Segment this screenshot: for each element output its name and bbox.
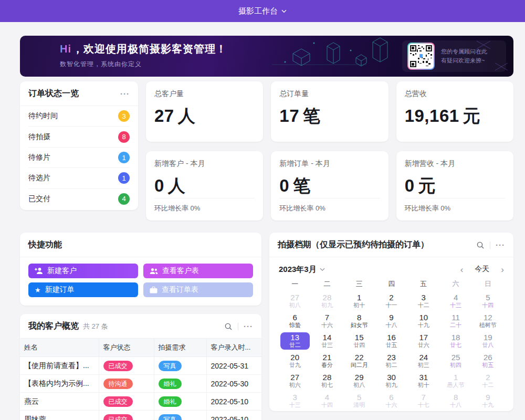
table-row[interactable]: 周妹蓉 已成交 写真 2022-05-10	[20, 411, 261, 420]
order-status-count-badge: 1	[118, 172, 130, 184]
calendar-day[interactable]: 28 初七	[311, 371, 343, 391]
view-customer-table-button[interactable]: 查看客户表	[143, 264, 253, 278]
calendar-day[interactable]: 10 十九	[407, 311, 439, 331]
prev-month-icon[interactable]: ‹	[460, 265, 464, 274]
column-header: 姓名	[20, 339, 99, 357]
calendar-day-inner: 17 廿六	[409, 332, 438, 350]
calendar-day[interactable]: 5 清明	[343, 391, 375, 411]
calendar-day-inner: 3 十三	[280, 392, 310, 410]
calendar-day-inner: 5 十四	[473, 292, 502, 310]
next-month-icon[interactable]: ›	[501, 265, 504, 274]
day-number: 7	[312, 313, 342, 322]
calendar-day-inner: 28 初九	[312, 292, 342, 310]
search-icon[interactable]	[224, 322, 233, 331]
day-lunar: 十二	[409, 302, 438, 309]
month-selector[interactable]: 2023年3月	[279, 265, 325, 275]
stat-label: 新增订单 - 本月	[279, 159, 380, 169]
table-row[interactable]: 【使用前请查看】... 已成交 写真 2022-05-31	[20, 357, 261, 375]
calendar-day[interactable]: 16 廿五	[375, 331, 407, 351]
calendar-day[interactable]: 5 十四	[472, 291, 504, 311]
calendar-day[interactable]: 6 十六	[375, 391, 407, 411]
calendar-day[interactable]: 4 十三	[439, 291, 471, 311]
calendar-day-inner: 11 二十	[441, 312, 470, 330]
calendar-day[interactable]: 25 初四	[439, 351, 471, 371]
calendar-day[interactable]: 9 十九	[472, 391, 504, 411]
calendar-day[interactable]: 14 廿三	[311, 331, 343, 351]
calendar-day[interactable]: 9 十八	[375, 311, 407, 331]
customer-status-cell: 已成交	[99, 393, 154, 411]
order-status-item[interactable]: 待约时间 3	[28, 106, 130, 127]
more-icon[interactable]: ···	[244, 322, 253, 330]
stat-unit: 笔	[303, 106, 321, 125]
calendar-day[interactable]: 21 春分	[311, 351, 343, 371]
order-status-header: 订单状态一览 ···	[20, 81, 138, 106]
calendar-day[interactable]: 2 十一	[375, 291, 407, 311]
calendar-day[interactable]: 24 初三	[407, 351, 439, 371]
calendar-day[interactable]: 11 二十	[439, 311, 471, 331]
calendar-day[interactable]: 27 初六	[279, 371, 311, 391]
table-row[interactable]: 燕云 已成交 婚礼 2022-05-10	[20, 393, 261, 411]
quick-actions-grid: 新建客户 查看客户表 ★ 新建订单 查看订单表	[20, 257, 261, 303]
calendar-day[interactable]: 12 植树节	[472, 311, 504, 331]
calendar-day-inner: 12 植树节	[473, 312, 502, 330]
calendar-day[interactable]: 1 愚人节	[439, 371, 471, 391]
table-row[interactable]: 【表格内均为示例... 待沟通 婚礼 2022-05-30	[20, 375, 261, 393]
calendar-day[interactable]: 3 十三	[279, 391, 311, 411]
stat-value: 0元	[405, 174, 505, 198]
calendar-day-inner: 6 十六	[376, 392, 406, 410]
new-order-button[interactable]: ★ 新建订单	[28, 282, 138, 297]
view-order-table-button[interactable]: 查看订单表	[143, 282, 253, 297]
calendar-day-inner: 29 初八	[344, 372, 374, 390]
customer-need-cell: 写真	[154, 411, 206, 420]
main-content: Hi，欢迎使用极简摄影客资管理！ 数智化管理，系统由你定义	[20, 36, 513, 420]
calendar-day-inner: 23 初二	[376, 352, 406, 370]
calendar-day[interactable]: 8 妇女节	[343, 311, 375, 331]
more-icon[interactable]: ···	[120, 90, 130, 98]
divider	[238, 323, 238, 330]
calendar-day[interactable]: 26 初五	[472, 351, 504, 371]
calendar-day[interactable]: 2 十二	[472, 371, 504, 391]
order-status-item[interactable]: 待选片 1	[28, 168, 130, 188]
calendar-day[interactable]: 1 初十	[343, 291, 375, 311]
calendar-day[interactable]: 31 初十	[407, 371, 439, 391]
order-status-item[interactable]: 待修片 1	[28, 148, 130, 168]
calendar-day-inner: 9 十八	[376, 312, 406, 330]
calendar-day[interactable]: 15 廿四	[343, 331, 375, 351]
today-button[interactable]: 今天	[475, 265, 489, 274]
calendar-day[interactable]: 30 初九	[375, 371, 407, 391]
day-number: 14	[312, 333, 342, 342]
left-column: 快捷功能 新建客户 查看客户表 ★ 新建订单	[20, 233, 261, 420]
calendar-day[interactable]: 4 十四	[311, 391, 343, 411]
calendar-day[interactable]: 29 初八	[343, 371, 375, 391]
calendar-day-inner: 1 初十	[344, 292, 374, 310]
calendar-day[interactable]: 28 初九	[311, 291, 343, 311]
calendar-day[interactable]: 18 廿七	[439, 331, 471, 351]
new-customer-button[interactable]: 新建客户	[28, 264, 138, 278]
calendar-day[interactable]: 7 十七	[407, 391, 439, 411]
more-icon[interactable]: ···	[496, 241, 505, 249]
calendar-day[interactable]: 6 惊蛰	[279, 311, 311, 331]
calendar-day[interactable]: 7 十六	[311, 311, 343, 331]
order-status-item[interactable]: 已交付 4	[28, 189, 130, 209]
calendar-day[interactable]: 3 十二	[407, 291, 439, 311]
calendar-day[interactable]: 17 廿六	[407, 331, 439, 351]
calendar-day[interactable]: 8 十八	[439, 391, 471, 411]
stat-unit: 元	[463, 106, 481, 125]
calendar-day[interactable]: 20 廿九	[279, 351, 311, 371]
order-status-item[interactable]: 待拍摄 8	[28, 127, 130, 147]
day-lunar: 清明	[344, 402, 374, 408]
calendar-day-inner: 28 初七	[312, 372, 342, 390]
calendar-day[interactable]: 27 初八	[279, 291, 311, 311]
calendar-day[interactable]: 23 初二	[375, 351, 407, 371]
calendar-day[interactable]: 19 廿八	[472, 331, 504, 351]
customer-date-cell: 2022-05-31	[206, 357, 261, 375]
day-number: 1	[344, 293, 374, 302]
day-lunar: 十一	[376, 302, 406, 309]
search-icon[interactable]	[476, 241, 485, 249]
stat-label: 总营收	[405, 89, 505, 99]
day-lunar: 初四	[441, 362, 470, 369]
calendar-day[interactable]: 13 廿二	[279, 331, 311, 351]
workspace-switcher[interactable]: 摄影工作台	[238, 6, 287, 16]
calendar-day[interactable]: 22 闰二月	[343, 351, 375, 371]
day-number: 6	[280, 313, 310, 322]
